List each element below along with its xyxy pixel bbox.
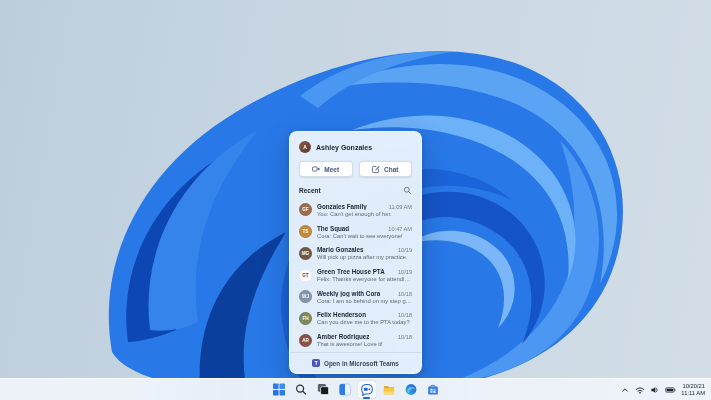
battery-icon [665,385,676,395]
conversation-avatar: MG [299,247,312,260]
system-tray: 10/20/21 11:11 AM [618,381,709,399]
compose-icon [372,165,380,173]
speaker-icon [650,385,660,395]
conversation-item[interactable]: MG Mario Gonzales 10/19 Will pick up piz… [290,242,421,264]
taskbar: 10/20/21 11:11 AM [0,378,711,400]
conversation-preview: Cora: I am so behind on my step goals. [317,298,412,304]
search-icon[interactable] [403,186,412,195]
quick-actions: Meet Chat [290,158,421,177]
folder-icon [382,383,395,396]
meet-button[interactable]: Meet [299,161,353,177]
conversation-name: Felix Henderson [317,311,366,318]
clock-date: 10/20/21 [681,383,705,390]
conversation-item[interactable]: AR Amber Rodriguez 10/18 That is awesome… [290,329,421,351]
recent-label: Recent [299,187,321,194]
conversation-preview: Can you drive me to the PTA today? [317,319,412,325]
conversation-time: 10/18 [398,334,412,340]
conversation-name: Amber Rodriguez [317,333,369,340]
conversation-item[interactable]: FH Felix Henderson 10/18 Can you drive m… [290,308,421,330]
conversation-avatar: TS [299,225,312,238]
taskbar-clock[interactable]: 10/20/21 11:11 AM [678,383,709,397]
conversation-time: 10/19 [398,247,412,253]
battery-button[interactable] [663,381,677,399]
widgets-icon [338,383,351,396]
conversation-time: 11:09 AM [389,204,412,210]
conversation-preview: That is awesome! Love it! [317,341,412,347]
search-button[interactable] [291,380,310,399]
edge-button[interactable] [401,380,420,399]
conversation-item[interactable]: TS The Squad 10:47 AM Cora: Can't wait t… [290,221,421,243]
conversation-preview: Cora: Can't wait to see everyone! [317,233,412,239]
task-view-button[interactable] [313,380,332,399]
widgets-button[interactable] [335,380,354,399]
conversation-avatar: GT [299,269,312,282]
volume-button[interactable] [648,381,662,399]
chat-button-taskbar[interactable] [357,380,376,399]
search-icon [294,383,307,396]
teams-chat-flyout: A Ashley Gonzales Meet Chat Recent [289,131,422,374]
wifi-icon [635,385,645,395]
user-avatar[interactable]: A [299,141,311,153]
meet-button-label: Meet [324,166,339,173]
task-view-icon [316,383,329,396]
conversation-preview: Felix: Thanks everyone for attending tod… [317,276,412,282]
desktop: A Ashley Gonzales Meet Chat Recent [0,0,711,400]
chat-button[interactable]: Chat [359,161,413,177]
teams-logo-icon: T [312,359,320,367]
conversation-name: Green Tree House PTA [317,268,385,275]
file-explorer-button[interactable] [379,380,398,399]
recent-conversation-list: GF Gonzales Family 11:09 AM You: Can't g… [290,198,421,352]
video-camera-icon [312,165,320,173]
conversation-name: Gonzales Family [317,203,367,210]
store-button[interactable] [423,380,442,399]
conversation-preview: You: Can't get enough of her. [317,211,412,217]
conversation-time: 10:47 AM [388,226,412,232]
chevron-up-icon [620,385,630,395]
chat-button-label: Chat [384,166,398,173]
open-in-teams-button[interactable]: T Open in Microsoft Teams [290,352,421,373]
conversation-item[interactable]: GT Green Tree House PTA 10/19 Felix: Tha… [290,264,421,286]
user-avatar-initials: A [303,144,307,150]
windows-logo-icon [272,383,285,396]
conversation-avatar: GF [299,203,312,216]
user-name: Ashley Gonzales [316,144,372,151]
conversation-name: Mario Gonzales [317,246,364,253]
clock-time: 11:11 AM [681,390,705,397]
conversation-avatar: AR [299,334,312,347]
flyout-header: A Ashley Gonzales [290,132,421,158]
teams-chat-icon [360,383,373,396]
open-in-teams-label: Open in Microsoft Teams [324,360,399,367]
conversation-time: 10/18 [398,291,412,297]
conversation-name: The Squad [317,225,349,232]
taskbar-center-group [269,380,442,399]
conversation-preview: Will pick up pizza after my practice. [317,254,412,260]
conversation-item[interactable]: WJ Weekly jog with Cora 10/18 Cora: I am… [290,286,421,308]
conversation-name: Weekly jog with Cora [317,290,380,297]
conversation-time: 10/18 [398,312,412,318]
conversation-time: 10/19 [398,269,412,275]
conversation-avatar: FH [299,312,312,325]
recent-header: Recent [290,177,421,198]
conversation-item[interactable]: GF Gonzales Family 11:09 AM You: Can't g… [290,199,421,221]
network-button[interactable] [633,381,647,399]
start-button[interactable] [269,380,288,399]
microsoft-store-icon [426,383,439,396]
conversation-avatar: WJ [299,290,312,303]
tray-overflow-button[interactable] [618,381,632,399]
edge-browser-icon [404,383,417,396]
